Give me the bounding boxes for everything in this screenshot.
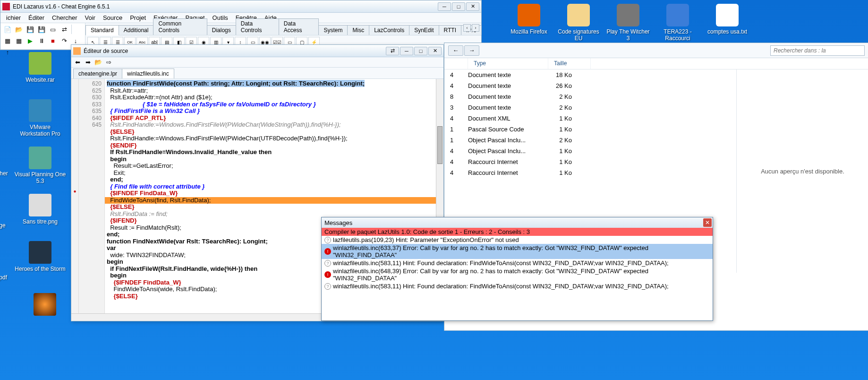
app-icon — [29, 194, 51, 216]
desktop-icon[interactable]: Mozilla Firefox — [505, 4, 553, 35]
new-button[interactable]: 📄 — [2, 24, 13, 35]
component-tab-data-access[interactable]: Data Access — [279, 18, 319, 35]
component-tab-common-controls[interactable]: Common Controls — [153, 18, 207, 35]
forms-button[interactable]: ▦ — [14, 35, 24, 46]
preview-pane: Aucun aperçu n'est disponible. — [736, 69, 868, 273]
component-tab-standard[interactable]: Standard — [85, 25, 119, 35]
maximize-button[interactable]: □ — [452, 2, 465, 11]
desktop-icon[interactable]: Play The Witcher 3 — [604, 4, 652, 42]
file-row[interactable]: 1Pascal Source Code1 Ko — [444, 124, 736, 135]
nav-back-icon[interactable]: ⬅ — [73, 58, 82, 67]
desktop-icon[interactable]: Sans titre.png — [14, 194, 66, 225]
app-icon — [518, 4, 540, 26]
nav-fwd-icon[interactable]: ➡ — [84, 58, 92, 67]
hint-icon: ? — [324, 260, 331, 267]
desktop-icon-edge[interactable]: .pdf — [0, 274, 9, 281]
app-icon — [617, 4, 639, 26]
tab-next-button[interactable]: › — [472, 24, 479, 32]
err-icon: ! — [324, 271, 331, 278]
desktop-icon[interactable]: Visual Planning One 5.3 — [14, 147, 66, 184]
open-button[interactable]: 📂 — [14, 24, 24, 35]
message-line[interactable]: ?winlazfileutils.inc(583,11) Hint: Found… — [322, 259, 713, 267]
component-tab-misc[interactable]: Misc — [347, 25, 369, 35]
minimize-button[interactable]: ─ — [438, 2, 451, 11]
save-all-button[interactable]: 💾 — [36, 24, 47, 35]
source-minimize-button[interactable]: ─ — [400, 47, 413, 55]
source-maximize-button[interactable]: □ — [414, 47, 427, 55]
file-row[interactable]: 4Raccourci Internet1 Ko — [444, 156, 736, 167]
desktop-icon-edge[interactable]: ge — [0, 222, 9, 229]
file-row[interactable]: 4Object Pascal Inclu...1 Ko — [444, 146, 736, 156]
file-row[interactable]: 4Document texte18 Ko — [444, 69, 736, 80]
desktop-icon[interactable] — [19, 293, 71, 318]
app-icon — [2, 3, 10, 10]
units-button[interactable]: ▦ — [2, 35, 13, 46]
desktop-icon[interactable]: Heroes of the Storm — [14, 241, 66, 272]
message-line[interactable]: ?lazfileutils.pas(109,23) Hint: Paramete… — [322, 236, 713, 244]
file-row[interactable]: 4Raccourci Internet1 Ko — [444, 167, 736, 178]
messages-close-button[interactable]: ✕ — [703, 218, 712, 227]
gutter: 620625630633635640645 — [79, 79, 105, 321]
source-tab[interactable]: cheatengine.lpr — [73, 69, 122, 78]
component-tab-lazcontrols[interactable]: LazControls — [369, 25, 409, 35]
pause-button[interactable]: ⏸ — [36, 35, 47, 46]
component-tab-additional[interactable]: Additional — [119, 25, 154, 35]
tab-prev-button[interactable]: ‹ — [463, 24, 471, 32]
component-tab-system[interactable]: System — [318, 25, 348, 35]
hint-icon: ? — [324, 283, 331, 290]
messages-titlebar[interactable]: Messages ✕ — [322, 217, 713, 228]
file-row[interactable]: 3Document texte2 Ko — [444, 102, 736, 113]
component-tab-rtti[interactable]: RTTI — [439, 25, 461, 35]
close-button[interactable]: ✕ — [466, 2, 479, 11]
component-tab-synedit[interactable]: SynEdit — [409, 25, 439, 35]
component-tabstrip: StandardAdditionalCommon ControlsDialogs… — [85, 23, 481, 35]
messages-body: Compiler le paquet LazUtils 1.0: Code de… — [322, 228, 713, 320]
file-row[interactable]: 1Object Pascal Inclu...2 Ko — [444, 135, 736, 146]
stop-button[interactable]: ■ — [48, 35, 58, 46]
menu-projet[interactable]: Projet — [126, 13, 150, 22]
save-button[interactable]: 💾 — [25, 24, 35, 35]
step-out-button[interactable]: ↑ — [2, 47, 13, 57]
source-close-button[interactable]: ✕ — [428, 47, 442, 55]
desktop-icon[interactable]: comptes usa.txt — [704, 4, 751, 35]
src-save-icon[interactable]: ⇨ — [104, 58, 113, 67]
new-form-button[interactable]: ▭ — [48, 24, 58, 35]
message-line[interactable]: !winlazfileutils.inc(648,39) Error: Call… — [322, 267, 713, 282]
component-tab-data-controls[interactable]: Data Controls — [236, 18, 279, 35]
source-toolbar: ⬅ ➡ 📂 ⇨ — [71, 57, 443, 68]
message-line[interactable]: ?winlazfileutils.inc(583,11) Hint: Found… — [322, 282, 713, 290]
menu-voir[interactable]: Voir — [81, 13, 99, 22]
component-tab-dialogs[interactable]: Dialogs — [207, 25, 236, 35]
file-row[interactable]: 4Document XML1 Ko — [444, 113, 736, 124]
nav-back-button[interactable]: ← — [448, 45, 463, 56]
source-tab[interactable]: winlazfileutils.inc — [122, 69, 174, 78]
step-over-button[interactable]: ↷ — [59, 35, 69, 46]
file-row[interactable]: 8Document texte2 Ko — [444, 91, 736, 102]
desktop-icon[interactable]: Website.rar — [14, 52, 66, 83]
titlebar[interactable]: EDI Lazarus v1.6 - Cheat Engine 6.5.1 ─ … — [0, 0, 481, 13]
run-button[interactable]: ▶ — [25, 35, 35, 46]
desktop-icon[interactable]: TERA223 - Raccourci — [654, 4, 701, 42]
source-titlebar[interactable]: Éditeur de source ⇄ ─ □ ✕ — [71, 45, 443, 57]
messages-title: Messages — [324, 219, 352, 226]
desktop-icon[interactable]: VMware Workstation Pro — [14, 99, 66, 137]
message-line[interactable]: !winlazfileutils.inc(633,37) Error: Call… — [322, 244, 713, 259]
source-tabs: cheatengine.lprwinlazfileutils.inc — [71, 68, 443, 79]
menu-éditer[interactable]: Éditer — [25, 13, 48, 22]
search-input[interactable] — [770, 45, 865, 56]
col-type[interactable]: Type — [468, 58, 548, 69]
desktop-icon-edge[interactable]: cher — [0, 170, 9, 177]
source-sync-button[interactable]: ⇄ — [386, 47, 399, 55]
menu-source[interactable]: Source — [99, 13, 126, 22]
desktop-icon[interactable]: Code signatures EU — [555, 4, 602, 42]
src-open-icon[interactable]: 📂 — [94, 58, 102, 67]
app-icon — [29, 52, 51, 75]
menu-chercher[interactable]: Chercher — [48, 13, 81, 22]
menu-outils[interactable]: Outils — [209, 13, 232, 22]
nav-fwd-button[interactable]: → — [464, 45, 479, 56]
menu-ichier[interactable]: ichier — [2, 13, 25, 22]
toggle-button[interactable]: ⇄ — [59, 24, 69, 35]
compiler-summary[interactable]: Compiler le paquet LazUtils 1.0: Code de… — [322, 228, 713, 236]
col-size[interactable]: Taille — [548, 58, 591, 69]
file-row[interactable]: 4Document texte26 Ko — [444, 80, 736, 91]
